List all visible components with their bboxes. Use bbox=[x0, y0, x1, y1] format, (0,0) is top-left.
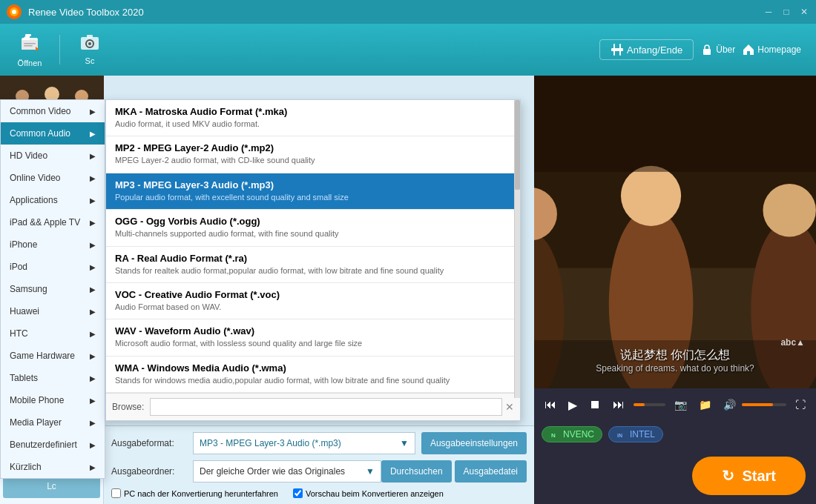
format-item-mp2-name: MP2 - MPEG Layer-2 Audio (*.mp2) bbox=[115, 142, 511, 153]
cut-button[interactable]: Anfang/Ende bbox=[599, 39, 694, 60]
close-btn[interactable]: ✕ bbox=[798, 6, 810, 18]
camera-btn[interactable]: 📷 bbox=[671, 396, 690, 414]
play-pause-btn[interactable]: ▶ bbox=[565, 395, 580, 415]
folder-arrow: ▼ bbox=[366, 466, 375, 477]
tablets-arrow: ▶ bbox=[90, 374, 96, 382]
start-label: Start bbox=[742, 468, 776, 485]
folder-select-value: Der gleiche Order wie das Originales bbox=[200, 466, 345, 477]
format-item-ogg-name: OGG - Ogg Vorbis Audio (*.ogg) bbox=[115, 216, 511, 227]
format-item-wav-desc: Microsoft audio format, with lossless so… bbox=[115, 338, 511, 349]
format-list-dropdown: MKA - Matroska Audio Format (*.mka) Audi… bbox=[105, 99, 521, 421]
menu-item-samsung[interactable]: Samsung ▶ bbox=[1, 278, 105, 300]
format-category-menu: Common Video ▶ Common Audio ▶ HD Video ▶… bbox=[0, 99, 105, 479]
minimize-btn[interactable]: ─ bbox=[763, 6, 774, 18]
media-player-arrow: ▶ bbox=[90, 419, 96, 427]
kurzlich-arrow: ▶ bbox=[90, 463, 96, 471]
menu-item-kurzlich[interactable]: Kürzlich ▶ bbox=[1, 456, 105, 478]
svg-rect-4 bbox=[22, 40, 38, 50]
format-item-ogg[interactable]: OGG - Ogg Vorbis Audio (*.ogg) Multi-cha… bbox=[106, 210, 520, 246]
format-item-mka[interactable]: MKA - Matroska Audio Format (*.mka) Audi… bbox=[106, 100, 520, 136]
title-bar: Renee Video Toolbox 2020 ─ □ ✕ bbox=[0, 0, 816, 24]
game-hardware-arrow: ▶ bbox=[90, 352, 96, 360]
fullscreen-btn[interactable]: ⛶ bbox=[792, 396, 809, 414]
format-item-wma[interactable]: WMA - Windows Media Audio (*.wma) Stands… bbox=[106, 357, 520, 393]
screenshot-icon bbox=[80, 34, 99, 55]
subtitle-chinese: 说起梦想 你们怎么想 bbox=[534, 348, 816, 363]
open-button[interactable]: Öffnen bbox=[7, 28, 52, 71]
video-scene: 说起梦想 你们怎么想 Speaking of dreams. what do y… bbox=[534, 76, 816, 388]
menu-item-ipod-label: iPod bbox=[10, 262, 27, 272]
skip-back-btn[interactable]: ⏮ bbox=[542, 395, 559, 414]
preview-checkbox[interactable] bbox=[293, 488, 303, 498]
video-scene-svg bbox=[534, 76, 816, 388]
volume-slider[interactable] bbox=[742, 403, 786, 406]
svg-text:iN: iN bbox=[617, 433, 622, 438]
browse-btn[interactable]: Durchsuchen bbox=[381, 460, 452, 483]
skip-fwd-btn[interactable]: ⏭ bbox=[610, 395, 628, 414]
browse-clear-btn[interactable]: ✕ bbox=[505, 401, 514, 413]
maximize-btn[interactable]: □ bbox=[780, 6, 792, 18]
htc-arrow: ▶ bbox=[90, 330, 96, 338]
format-item-mp3[interactable]: MP3 - MPEG Layer-3 Audio (*.mp3) Popular… bbox=[106, 173, 520, 210]
cut-icon bbox=[611, 43, 624, 56]
stop-btn[interactable]: ⏹ bbox=[586, 395, 604, 414]
start-button[interactable]: ↻ Start bbox=[692, 457, 806, 495]
scrollbar-thumb[interactable] bbox=[515, 100, 520, 190]
intel-logo: iN bbox=[616, 429, 627, 440]
refresh-icon: ↻ bbox=[722, 467, 734, 485]
folder-btn[interactable]: 📁 bbox=[696, 396, 714, 414]
intel-badge[interactable]: iN INTEL bbox=[608, 426, 663, 442]
folder-label: Ausgabeordner: bbox=[111, 466, 193, 477]
menu-item-iphone[interactable]: iPhone ▶ bbox=[1, 233, 105, 256]
folder-select[interactable]: Der gleiche Order wie das Originales ▼ bbox=[193, 460, 381, 483]
menu-item-huawei[interactable]: Huawei ▶ bbox=[1, 300, 105, 322]
subtitle-area: 说起梦想 你们怎么想 Speaking of dreams. what do y… bbox=[534, 348, 816, 374]
shutdown-checkbox[interactable] bbox=[111, 488, 121, 498]
format-item-wav[interactable]: WAV - Waveform Audio (*.wav) Microsoft a… bbox=[106, 319, 520, 356]
menu-item-mobile-phone[interactable]: Mobile Phone ▶ bbox=[1, 389, 105, 411]
menu-item-ipad[interactable]: iPad && Apple TV ▶ bbox=[1, 211, 105, 233]
menu-item-online-video[interactable]: Online Video ▶ bbox=[1, 167, 105, 189]
format-item-ra[interactable]: RA - Real Audio Format (*.ra) Stands for… bbox=[106, 247, 520, 283]
format-item-voc-name: VOC - Creative Audio Format (*.voc) bbox=[115, 289, 511, 300]
homepage-label: Homepage bbox=[757, 44, 801, 55]
format-item-mp2[interactable]: MP2 - MPEG Layer-2 Audio (*.mp2) MPEG La… bbox=[106, 136, 520, 173]
svg-rect-12 bbox=[611, 48, 623, 51]
menu-item-applications[interactable]: Applications ▶ bbox=[1, 189, 105, 211]
menu-item-game-hardware[interactable]: Game Hardware ▶ bbox=[1, 345, 105, 367]
output-file-btn[interactable]: Ausgabedatei bbox=[455, 460, 527, 483]
svg-rect-13 bbox=[613, 44, 615, 56]
preview-label: Vorschau beim Konvertieren anzeigen bbox=[306, 489, 444, 498]
menu-item-common-audio[interactable]: Common Audio ▶ bbox=[1, 122, 105, 145]
menu-item-benutzerdefiniert[interactable]: Benutzerdefiniert ▶ bbox=[1, 434, 105, 456]
browse-input[interactable] bbox=[150, 398, 502, 416]
menu-item-common-audio-label: Common Audio bbox=[10, 128, 70, 139]
volume-icon[interactable]: 🔊 bbox=[720, 396, 739, 414]
menu-item-tablets[interactable]: Tablets ▶ bbox=[1, 367, 105, 389]
menu-item-hd-video[interactable]: HD Video ▶ bbox=[1, 145, 105, 167]
format-item-mp3-name: MP3 - MPEG Layer-3 Audio (*.mp3) bbox=[115, 179, 511, 190]
homepage-button[interactable]: Homepage bbox=[743, 44, 801, 56]
output-settings-btn[interactable]: Ausgabeeinstellungen bbox=[421, 432, 527, 454]
progress-bar[interactable] bbox=[634, 403, 665, 406]
app-logo bbox=[6, 4, 22, 20]
menu-item-ipod[interactable]: iPod ▶ bbox=[1, 256, 105, 278]
menu-item-htc[interactable]: HTC ▶ bbox=[1, 322, 105, 345]
iphone-arrow: ▶ bbox=[90, 241, 96, 249]
format-select[interactable]: MP3 - MPEG Layer-3 Audio (*.mp3) ▼ bbox=[193, 432, 415, 454]
about-button[interactable]: Über bbox=[701, 44, 735, 56]
format-item-wma-name: WMA - Windows Media Audio (*.wma) bbox=[115, 362, 511, 374]
format-item-voc-desc: Audio Format based on WAV. bbox=[115, 302, 511, 313]
format-item-wav-name: WAV - Waveform Audio (*.wav) bbox=[115, 325, 511, 336]
home-icon bbox=[743, 44, 754, 56]
nvenc-badge[interactable]: N NVENC bbox=[542, 426, 602, 442]
menu-item-common-video[interactable]: Common Video ▶ bbox=[1, 100, 105, 122]
screenshot-button[interactable]: Sc bbox=[68, 30, 112, 69]
online-video-arrow: ▶ bbox=[90, 174, 96, 182]
ipod-arrow: ▶ bbox=[90, 263, 96, 271]
menu-item-media-player[interactable]: Media Player ▶ bbox=[1, 411, 105, 434]
svg-rect-7 bbox=[24, 45, 33, 47]
subtitle-english: Speaking of dreams. what do you think? bbox=[534, 363, 816, 374]
format-item-voc[interactable]: VOC - Creative Audio Format (*.voc) Audi… bbox=[106, 283, 520, 319]
svg-point-31 bbox=[763, 184, 815, 236]
